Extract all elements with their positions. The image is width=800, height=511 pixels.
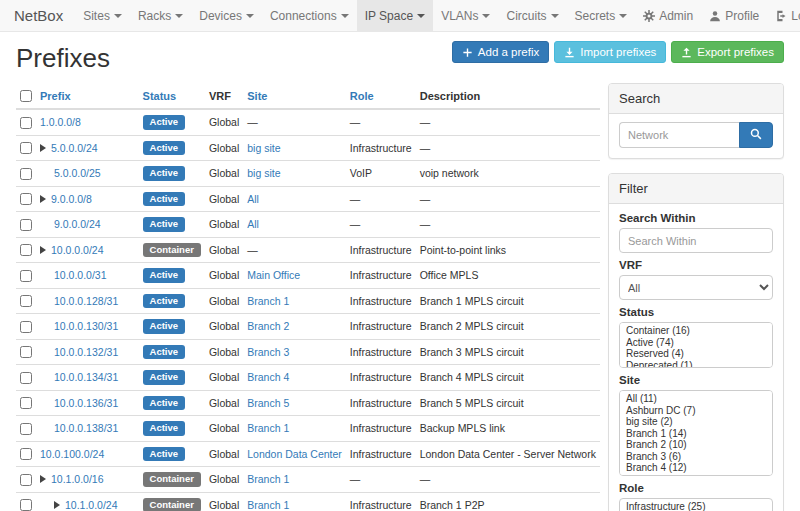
site-filter-option[interactable]: Branch 5 (7) xyxy=(620,474,772,477)
prefix-link[interactable]: 10.0.0.132/31 xyxy=(54,346,118,358)
site-link[interactable]: Branch 2 xyxy=(247,320,289,332)
nav-item-admin[interactable]: Admin xyxy=(635,0,701,31)
status-filter-option[interactable]: Active (74) xyxy=(620,337,772,349)
nav-item-racks[interactable]: Racks xyxy=(130,0,191,31)
prefix-link[interactable]: 10.0.100.0/24 xyxy=(40,448,104,460)
vrf-cell: Global xyxy=(205,186,243,212)
site-filter-option[interactable]: Branch 4 (12) xyxy=(620,462,772,474)
nav-item-secrets[interactable]: Secrets xyxy=(567,0,636,31)
role-listbox[interactable]: Infrastructure (25)Management (8)Private… xyxy=(619,498,773,511)
site-filter-option[interactable]: Ashburn DC (7) xyxy=(620,405,772,417)
prefix-link[interactable]: 10.0.0.128/31 xyxy=(54,295,118,307)
nav-item-log-out[interactable]: Log out xyxy=(767,0,800,31)
status-cell: Active xyxy=(139,161,205,187)
nav-item-profile[interactable]: Profile xyxy=(701,0,767,31)
row-checkbox[interactable] xyxy=(20,346,32,358)
role-filter-option[interactable]: Infrastructure (25) xyxy=(620,501,772,511)
search-within-input[interactable] xyxy=(619,228,773,253)
site-link[interactable]: Branch 5 xyxy=(247,397,289,409)
site-link[interactable]: Branch 3 xyxy=(247,346,289,358)
column-header-vrf: VRF xyxy=(205,83,243,109)
prefix-link[interactable]: 10.0.0.138/31 xyxy=(54,422,118,434)
column-header-site[interactable]: Site xyxy=(243,83,346,109)
column-header-status[interactable]: Status xyxy=(139,83,205,109)
prefix-link[interactable]: 10.0.0.136/31 xyxy=(54,397,118,409)
prefix-link[interactable]: 10.0.0.0/31 xyxy=(54,269,107,281)
row-checkbox[interactable] xyxy=(20,142,32,154)
status-listbox[interactable]: Container (16)Active (74)Reserved (4)Dep… xyxy=(619,322,773,368)
export-prefixes-button[interactable]: Export prefixes xyxy=(671,41,784,63)
column-header-prefix[interactable]: Prefix xyxy=(36,83,139,109)
add-a-prefix-button[interactable]: Add a prefix xyxy=(452,41,549,63)
site-link[interactable]: Main Office xyxy=(247,269,300,281)
site-filter-option[interactable]: big site (2) xyxy=(620,416,772,428)
row-checkbox[interactable] xyxy=(20,448,32,460)
site-link[interactable]: Branch 1 xyxy=(247,499,289,511)
site-filter-option[interactable]: Branch 3 (6) xyxy=(620,451,772,463)
site-filter-option[interactable]: Branch 1 (14) xyxy=(620,428,772,440)
prefix-link[interactable]: 5.0.0.0/24 xyxy=(51,142,98,154)
nav-item-devices[interactable]: Devices xyxy=(191,0,262,31)
nav-item-connections[interactable]: Connections xyxy=(262,0,357,31)
nav-item-sites[interactable]: Sites xyxy=(75,0,130,31)
row-checkbox[interactable] xyxy=(20,499,32,511)
search-input[interactable] xyxy=(619,122,739,148)
site-cell: All xyxy=(243,212,346,238)
row-checkbox[interactable] xyxy=(20,168,32,180)
app-brand[interactable]: NetBox xyxy=(10,0,75,31)
site-link[interactable]: Branch 1 xyxy=(247,295,289,307)
site-filter-option[interactable]: All (11) xyxy=(620,393,772,405)
row-checkbox[interactable] xyxy=(20,372,32,384)
prefix-link[interactable]: 10.1.0.0/24 xyxy=(65,499,118,511)
row-checkbox[interactable] xyxy=(20,321,32,333)
status-filter-option[interactable]: Container (16) xyxy=(620,325,772,337)
row-checkbox-cell xyxy=(16,263,36,289)
import-prefixes-button[interactable]: Import prefixes xyxy=(554,41,666,63)
status-filter-option[interactable]: Reserved (4) xyxy=(620,348,772,360)
row-checkbox[interactable] xyxy=(20,244,32,256)
row-checkbox[interactable] xyxy=(20,193,32,205)
vrf-select[interactable]: All xyxy=(619,275,773,300)
prefix-link[interactable]: 10.0.0.134/31 xyxy=(54,371,118,383)
site-link[interactable]: Branch 1 xyxy=(247,422,289,434)
vrf-cell: Global xyxy=(205,339,243,365)
prefix-link[interactable]: 9.0.0.0/24 xyxy=(54,218,101,230)
prefix-link[interactable]: 9.0.0.0/8 xyxy=(51,193,92,205)
row-checkbox[interactable] xyxy=(20,474,32,486)
prefix-link[interactable]: 10.0.0.130/31 xyxy=(54,320,118,332)
row-checkbox[interactable] xyxy=(20,397,32,409)
prefix-link[interactable]: 5.0.0.0/25 xyxy=(54,167,101,179)
site-link[interactable]: All xyxy=(247,193,259,205)
row-checkbox-cell xyxy=(16,212,36,238)
nav-item-vlans[interactable]: VLANs xyxy=(433,0,498,31)
status-badge: Container xyxy=(143,498,201,511)
row-checkbox-cell xyxy=(16,416,36,442)
nav-item-ip-space[interactable]: IP Space xyxy=(357,0,433,31)
site-link[interactable]: Branch 1 xyxy=(247,473,289,485)
status-filter-option[interactable]: Deprecated (1) xyxy=(620,360,772,369)
site-listbox[interactable]: All (11)Ashburn DC (7)big site (2)Branch… xyxy=(619,390,773,476)
site-filter-option[interactable]: Branch 2 (10) xyxy=(620,439,772,451)
search-button[interactable] xyxy=(739,122,773,148)
row-checkbox[interactable] xyxy=(20,423,32,435)
select-all-checkbox[interactable] xyxy=(20,90,32,102)
row-checkbox[interactable] xyxy=(20,219,32,231)
row-checkbox[interactable] xyxy=(20,270,32,282)
chevron-down-icon xyxy=(341,14,349,18)
prefix-link[interactable]: 10.0.0.0/24 xyxy=(51,244,104,256)
row-checkbox[interactable] xyxy=(20,295,32,307)
site-link[interactable]: London Data Center xyxy=(247,448,342,460)
column-header-role[interactable]: Role xyxy=(346,83,416,109)
row-checkbox[interactable] xyxy=(20,117,32,129)
prefix-link[interactable]: 1.0.0.0/8 xyxy=(40,116,81,128)
site-link[interactable]: big site xyxy=(247,167,280,179)
site-link[interactable]: Branch 4 xyxy=(247,371,289,383)
status-badge: Active xyxy=(143,447,186,462)
status-cell: Active xyxy=(139,212,205,238)
page-title: Prefixes xyxy=(16,43,110,74)
site-link[interactable]: All xyxy=(247,218,259,230)
site-link[interactable]: big site xyxy=(247,142,280,154)
prefix-link[interactable]: 10.1.0.0/16 xyxy=(51,473,104,485)
nav-item-circuits[interactable]: Circuits xyxy=(498,0,566,31)
top-navbar: NetBox SitesRacksDevicesConnectionsIP Sp… xyxy=(0,0,800,32)
